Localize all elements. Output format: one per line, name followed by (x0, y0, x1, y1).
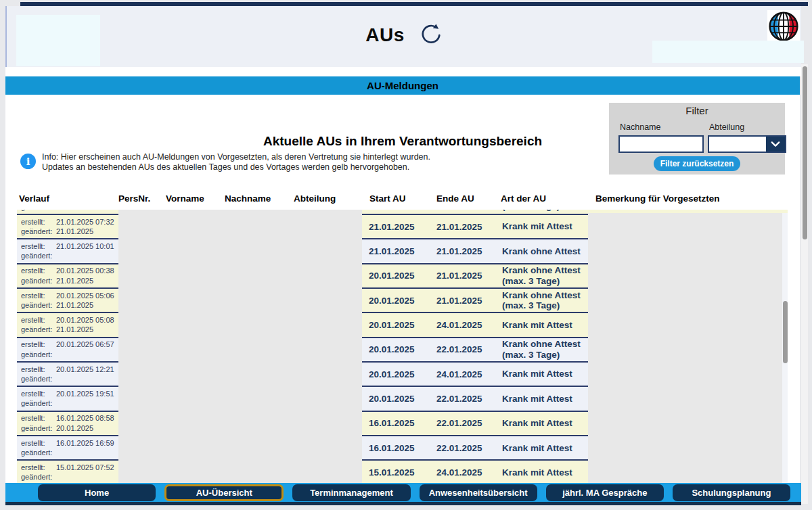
ende-au-cell: 24.01.2025 (430, 461, 495, 483)
changed-value: 21.01.2025 (56, 227, 93, 237)
start-au-cell: 16.01.2025 (362, 436, 430, 459)
art-der-au-cell: Krank ohne Attest (max. 3 Tage) (495, 338, 588, 361)
start-au-cell: 15.01.2025 (362, 461, 430, 483)
changed-value: 21.01.2025 (56, 300, 93, 310)
app-header: AUs (5, 6, 801, 67)
section-title: AU-Meldungen (367, 80, 438, 91)
art-der-au-cell: Krank ohne Attest (495, 239, 588, 262)
verlauf-cell: erstellt: 21.01.2025 07:32 geändert: 21.… (17, 215, 118, 238)
table-scrollbar-thumb[interactable] (783, 301, 788, 363)
info-icon: i (20, 154, 36, 169)
changed-value: 21.01.2025 (56, 325, 93, 335)
changed-label: geändert: (21, 398, 56, 409)
created-label: erstellt: (21, 315, 56, 325)
created-label: erstellt: (21, 389, 56, 399)
created-label: erstellt: (21, 413, 56, 423)
col-ende-au: Ende AU (436, 193, 474, 204)
page-title: AUs (365, 24, 405, 46)
ende-au-cell: 22.01.2025 (430, 387, 495, 410)
art-der-au-cell: (max. 3 Tage) (495, 210, 588, 214)
col-start-au: Start AU (369, 193, 406, 204)
art-der-au-cell: Krank mit Attest (495, 436, 588, 459)
created-value: 20.01.2025 05:06 (56, 291, 114, 301)
abteilung-label: Abteilung (709, 122, 744, 132)
redacted-bemerkung-column (588, 213, 782, 483)
logo-placeholder-right (652, 41, 804, 63)
created-value: 20.01.2025 00:38 (56, 266, 114, 276)
art-der-au-cell: Krank ohne Attest (max. 3 Tage) (495, 264, 588, 287)
start-au-cell: 20.01.2025 (362, 363, 430, 386)
ende-au-cell: 21.01.2025 (430, 215, 495, 238)
start-au-cell: 20.01.2025 (362, 313, 430, 336)
window-bottom-border (5, 502, 801, 505)
main-content: Filter Nachname Abteilung Filter zurücks… (5, 95, 800, 483)
verlauf-cell: erstellt: 20.01.2025 19:51 geändert: (17, 387, 118, 410)
nav-button-anwesenheits-bersicht[interactable]: Anwesenheitsübersicht (420, 484, 537, 501)
created-value: 21.01.2025 07:32 (56, 217, 114, 227)
created-value: 20.01.2025 06:57 (56, 340, 114, 350)
nav-button-au-bersicht[interactable]: AU-Übersicht (164, 484, 284, 501)
art-der-au-cell: Krank mit Attest (495, 387, 588, 410)
created-value: 21.01.2025 10:01 (56, 241, 114, 252)
ende-au-cell: 21.01.2025 (430, 239, 495, 262)
created-label: erstellt: (21, 340, 56, 350)
start-au-cell: 20.01.2025 (362, 338, 430, 361)
table-body: erstellt: geändert: (max. 3 Tage) erstel… (17, 210, 788, 483)
nav-button-terminmanagement[interactable]: Terminmanagement (292, 484, 410, 501)
ende-au-cell: 21.01.2025 (430, 264, 495, 287)
col-abteilung: Abteilung (294, 193, 336, 204)
verlauf-cell: erstellt: 15.01.2025 07:52 geändert: (17, 461, 118, 483)
verlauf-cell: erstellt: 20.01.2025 00:38 geändert: 21.… (17, 264, 118, 287)
start-au-cell (362, 210, 430, 214)
created-value: 16.01.2025 16:59 (56, 438, 114, 448)
col-bemerkung: Bemerkung für Vorgesetzten (595, 193, 720, 204)
table-scrollbar[interactable] (782, 213, 788, 483)
bottom-nav-bar: HomeAU-ÜbersichtTerminmanagementAnwesenh… (5, 483, 801, 502)
refresh-icon[interactable] (420, 24, 443, 47)
nav-button-schulungsplanung[interactable]: Schulungsplanung (673, 484, 790, 501)
changed-label: geändert: (21, 251, 56, 261)
changed-label: geändert: (21, 227, 56, 237)
ende-au-cell: 24.01.2025 (430, 363, 495, 386)
globe-icon[interactable] (767, 10, 800, 43)
start-au-cell: 20.01.2025 (362, 289, 430, 312)
created-label: erstellt: (21, 463, 56, 473)
nav-button-j-hrl-ma-gespr-che[interactable]: jährl. MA Gespräche (546, 484, 664, 501)
created-label: erstellt: (21, 266, 56, 276)
col-nachname: Nachname (225, 193, 271, 204)
changed-value: 20.01.2025 (56, 423, 93, 434)
page-scrollbar[interactable] (801, 64, 808, 504)
art-der-au-cell: Krank mit Attest (495, 363, 588, 386)
changed-label: geändert: (21, 350, 56, 360)
page-scrollbar-thumb[interactable] (803, 66, 807, 239)
ende-au-cell: 22.01.2025 (430, 338, 495, 361)
filter-reset-button[interactable]: Filter zurücksetzen (654, 156, 740, 171)
art-der-au-cell: Krank mit Attest (495, 215, 588, 238)
nav-button-home[interactable]: Home (38, 484, 156, 501)
changed-label: geändert: (21, 423, 56, 434)
verlauf-cell: erstellt: 16.01.2025 08:58 geändert: 20.… (17, 412, 118, 435)
info-line-2: Updates an bestehenden AUs des aktuellen… (42, 162, 610, 172)
verlauf-cell: erstellt: 16.01.2025 16:59 geändert: (17, 436, 118, 459)
created-value: 20.01.2025 19:51 (56, 389, 114, 399)
art-der-au-cell: Krank mit Attest (495, 412, 588, 435)
created-label: erstellt: (21, 217, 56, 227)
created-label: erstellt: (21, 291, 56, 301)
changed-label: geändert: (21, 448, 56, 458)
redacted-personal-columns (118, 210, 362, 483)
art-der-au-cell: Krank ohne Attest (max. 3 Tage) (495, 289, 588, 312)
created-label: erstellt: (21, 365, 56, 375)
start-au-cell: 20.01.2025 (362, 387, 430, 410)
page-heading: Aktuelle AUs in Ihrem Verantwortungsbere… (5, 134, 800, 149)
verlauf-cell: erstellt: 20.01.2025 12:21 geändert: (17, 363, 118, 386)
changed-label: geändert: (21, 325, 56, 335)
ende-au-cell: 24.01.2025 (430, 313, 495, 336)
start-au-cell: 21.01.2025 (362, 215, 430, 238)
col-vorname: Vorname (166, 193, 204, 204)
verlauf-cell: erstellt: 21.01.2025 10:01 geändert: (17, 239, 118, 262)
verlauf-cell: erstellt: geändert: (17, 210, 118, 214)
filter-title: Filter (609, 105, 785, 116)
ende-au-cell: 22.01.2025 (430, 436, 495, 459)
created-value: 15.01.2025 07:52 (56, 463, 114, 473)
changed-label: geändert: (21, 210, 56, 212)
